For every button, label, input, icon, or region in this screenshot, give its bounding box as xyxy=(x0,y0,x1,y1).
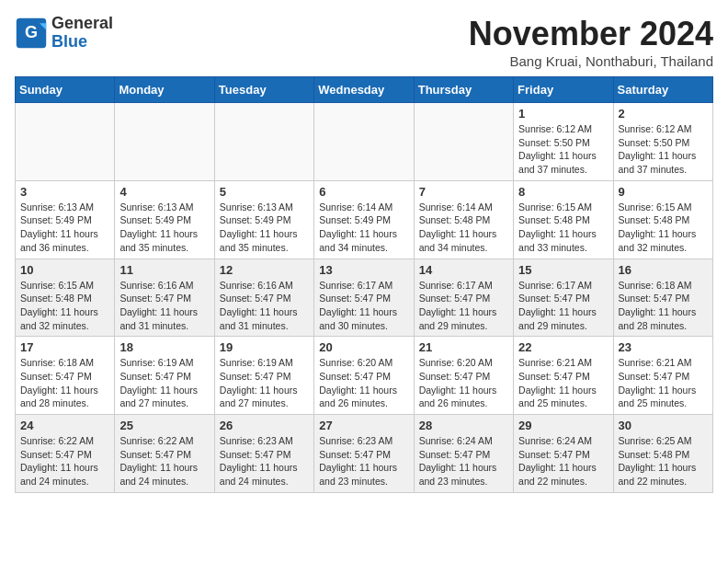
day-number: 13 xyxy=(319,263,408,277)
day-number: 29 xyxy=(518,419,608,432)
calendar-table: SundayMondayTuesdayWednesdayThursdayFrid… xyxy=(15,76,713,493)
location-text: Bang Kruai, Nonthaburi, Thailand xyxy=(469,53,713,69)
day-number: 2 xyxy=(619,107,708,121)
weekday-friday: Friday xyxy=(514,77,613,103)
day-info: Sunrise: 6:12 AMSunset: 5:50 PMDaylight:… xyxy=(518,122,608,177)
calendar-cell: 29Sunrise: 6:24 AMSunset: 5:47 PMDayligh… xyxy=(514,415,613,493)
day-info: Sunrise: 6:19 AMSunset: 5:47 PMDaylight:… xyxy=(220,356,309,410)
calendar-cell xyxy=(414,103,513,181)
day-number: 5 xyxy=(220,185,309,199)
weekday-thursday: Thursday xyxy=(414,77,513,103)
weekday-tuesday: Tuesday xyxy=(214,77,313,103)
day-info: Sunrise: 6:18 AMSunset: 5:47 PMDaylight:… xyxy=(20,356,109,410)
day-info: Sunrise: 6:17 AMSunset: 5:47 PMDaylight:… xyxy=(518,279,608,333)
calendar-cell: 23Sunrise: 6:21 AMSunset: 5:47 PMDayligh… xyxy=(613,337,712,415)
weekday-header-row: SundayMondayTuesdayWednesdayThursdayFrid… xyxy=(16,77,713,103)
day-number: 20 xyxy=(319,340,408,354)
calendar-week-5: 24Sunrise: 6:22 AMSunset: 5:47 PMDayligh… xyxy=(16,415,713,493)
calendar-cell: 10Sunrise: 6:15 AMSunset: 5:48 PMDayligh… xyxy=(16,259,115,337)
calendar-cell xyxy=(314,103,414,181)
day-info: Sunrise: 6:24 AMSunset: 5:47 PMDaylight:… xyxy=(518,434,608,488)
weekday-monday: Monday xyxy=(115,77,214,103)
day-number: 19 xyxy=(220,340,309,354)
day-number: 9 xyxy=(619,185,708,199)
day-info: Sunrise: 6:12 AMSunset: 5:50 PMDaylight:… xyxy=(619,122,708,177)
calendar-cell: 21Sunrise: 6:20 AMSunset: 5:47 PMDayligh… xyxy=(414,337,513,415)
calendar-cell: 20Sunrise: 6:20 AMSunset: 5:47 PMDayligh… xyxy=(314,337,414,415)
day-info: Sunrise: 6:17 AMSunset: 5:47 PMDaylight:… xyxy=(319,279,408,333)
weekday-saturday: Saturday xyxy=(613,77,712,103)
day-info: Sunrise: 6:14 AMSunset: 5:49 PMDaylight:… xyxy=(319,201,408,255)
calendar-cell xyxy=(214,103,313,181)
day-info: Sunrise: 6:13 AMSunset: 5:49 PMDaylight:… xyxy=(20,201,109,255)
calendar-cell: 6Sunrise: 6:14 AMSunset: 5:49 PMDaylight… xyxy=(314,180,414,259)
day-number: 17 xyxy=(20,340,109,354)
calendar-cell xyxy=(115,103,214,181)
day-info: Sunrise: 6:13 AMSunset: 5:49 PMDaylight:… xyxy=(220,201,309,255)
calendar-week-1: 1Sunrise: 6:12 AMSunset: 5:50 PMDaylight… xyxy=(16,103,713,181)
day-info: Sunrise: 6:24 AMSunset: 5:47 PMDaylight:… xyxy=(419,434,508,488)
calendar-week-4: 17Sunrise: 6:18 AMSunset: 5:47 PMDayligh… xyxy=(16,337,713,415)
calendar-cell: 25Sunrise: 6:22 AMSunset: 5:47 PMDayligh… xyxy=(115,415,214,493)
calendar-cell: 15Sunrise: 6:17 AMSunset: 5:47 PMDayligh… xyxy=(514,259,613,337)
day-info: Sunrise: 6:19 AMSunset: 5:47 PMDaylight:… xyxy=(119,356,209,410)
day-info: Sunrise: 6:13 AMSunset: 5:49 PMDaylight:… xyxy=(119,201,209,255)
day-info: Sunrise: 6:23 AMSunset: 5:47 PMDaylight:… xyxy=(220,434,309,488)
calendar-cell: 26Sunrise: 6:23 AMSunset: 5:47 PMDayligh… xyxy=(214,415,313,493)
day-number: 18 xyxy=(119,340,209,354)
calendar-cell: 18Sunrise: 6:19 AMSunset: 5:47 PMDayligh… xyxy=(115,337,214,415)
calendar-cell: 2Sunrise: 6:12 AMSunset: 5:50 PMDaylight… xyxy=(613,103,712,181)
day-number: 30 xyxy=(619,419,708,432)
calendar-cell: 30Sunrise: 6:25 AMSunset: 5:48 PMDayligh… xyxy=(613,415,712,493)
calendar-cell: 17Sunrise: 6:18 AMSunset: 5:47 PMDayligh… xyxy=(16,337,115,415)
day-info: Sunrise: 6:22 AMSunset: 5:47 PMDaylight:… xyxy=(20,434,109,488)
day-number: 22 xyxy=(518,340,608,354)
day-info: Sunrise: 6:18 AMSunset: 5:47 PMDaylight:… xyxy=(619,279,708,333)
day-info: Sunrise: 6:20 AMSunset: 5:47 PMDaylight:… xyxy=(419,356,508,410)
calendar-cell: 19Sunrise: 6:19 AMSunset: 5:47 PMDayligh… xyxy=(214,337,313,415)
day-number: 10 xyxy=(20,263,109,277)
logo-blue-text: Blue xyxy=(51,32,87,51)
day-number: 15 xyxy=(518,263,608,277)
day-info: Sunrise: 6:15 AMSunset: 5:48 PMDaylight:… xyxy=(619,201,708,255)
day-info: Sunrise: 6:22 AMSunset: 5:47 PMDaylight:… xyxy=(119,434,209,488)
calendar-cell: 28Sunrise: 6:24 AMSunset: 5:47 PMDayligh… xyxy=(414,415,513,493)
day-info: Sunrise: 6:15 AMSunset: 5:48 PMDaylight:… xyxy=(20,279,109,333)
logo-icon: G xyxy=(15,17,48,50)
day-info: Sunrise: 6:23 AMSunset: 5:47 PMDaylight:… xyxy=(319,434,408,488)
day-number: 21 xyxy=(419,340,508,354)
calendar-cell xyxy=(16,103,115,181)
calendar-cell: 11Sunrise: 6:16 AMSunset: 5:47 PMDayligh… xyxy=(115,259,214,337)
day-number: 26 xyxy=(220,419,309,432)
day-number: 25 xyxy=(119,419,209,432)
day-info: Sunrise: 6:21 AMSunset: 5:47 PMDaylight:… xyxy=(619,356,708,410)
day-number: 3 xyxy=(20,185,109,199)
page-header: G General Blue November 2024 Bang Kruai,… xyxy=(15,15,713,69)
day-info: Sunrise: 6:17 AMSunset: 5:47 PMDaylight:… xyxy=(419,279,508,333)
calendar-week-3: 10Sunrise: 6:15 AMSunset: 5:48 PMDayligh… xyxy=(16,259,713,337)
day-number: 16 xyxy=(619,263,708,277)
calendar-cell: 7Sunrise: 6:14 AMSunset: 5:48 PMDaylight… xyxy=(414,180,513,259)
day-info: Sunrise: 6:16 AMSunset: 5:47 PMDaylight:… xyxy=(119,279,209,333)
calendar-cell: 13Sunrise: 6:17 AMSunset: 5:47 PMDayligh… xyxy=(314,259,414,337)
day-number: 6 xyxy=(319,185,408,199)
day-number: 11 xyxy=(119,263,209,277)
calendar-cell: 12Sunrise: 6:16 AMSunset: 5:47 PMDayligh… xyxy=(214,259,313,337)
day-number: 27 xyxy=(319,419,408,432)
calendar-cell: 9Sunrise: 6:15 AMSunset: 5:48 PMDaylight… xyxy=(613,180,712,259)
title-block: November 2024 Bang Kruai, Nonthaburi, Th… xyxy=(469,15,713,69)
calendar-cell: 4Sunrise: 6:13 AMSunset: 5:49 PMDaylight… xyxy=(115,180,214,259)
logo: G General Blue xyxy=(15,15,113,52)
day-info: Sunrise: 6:15 AMSunset: 5:48 PMDaylight:… xyxy=(518,201,608,255)
calendar-cell: 8Sunrise: 6:15 AMSunset: 5:48 PMDaylight… xyxy=(514,180,613,259)
day-info: Sunrise: 6:21 AMSunset: 5:47 PMDaylight:… xyxy=(518,356,608,410)
calendar-cell: 27Sunrise: 6:23 AMSunset: 5:47 PMDayligh… xyxy=(314,415,414,493)
day-number: 28 xyxy=(419,419,508,432)
weekday-wednesday: Wednesday xyxy=(314,77,414,103)
day-number: 23 xyxy=(619,340,708,354)
day-info: Sunrise: 6:16 AMSunset: 5:47 PMDaylight:… xyxy=(220,279,309,333)
calendar-cell: 14Sunrise: 6:17 AMSunset: 5:47 PMDayligh… xyxy=(414,259,513,337)
day-number: 1 xyxy=(518,107,608,121)
day-number: 4 xyxy=(119,185,209,199)
day-info: Sunrise: 6:25 AMSunset: 5:48 PMDaylight:… xyxy=(619,434,708,488)
